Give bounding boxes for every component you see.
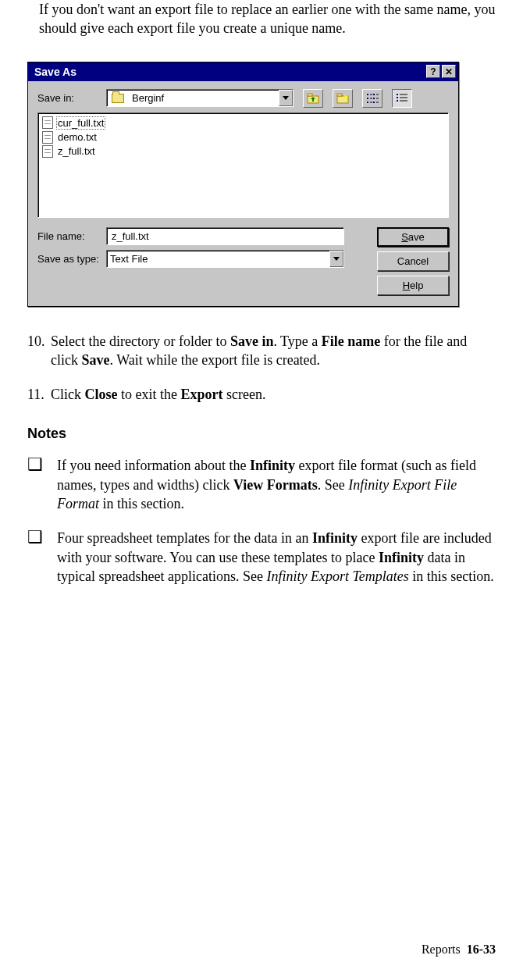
svg-rect-5 (337, 94, 342, 96)
step-10: 10. Select the directory or folder to Sa… (27, 332, 496, 370)
svg-rect-16 (373, 98, 375, 99)
new-folder-icon (336, 93, 349, 104)
notes-heading: Notes (27, 426, 496, 442)
dialog-title: Save As (34, 66, 76, 78)
filename-label: File name: (37, 230, 100, 242)
note-body: If you need information about the Infini… (57, 456, 496, 513)
step-number: 10. (27, 332, 51, 370)
note-body: Four spreadsheet templates for the data … (57, 529, 496, 586)
save-in-combo[interactable]: Berginf (106, 89, 294, 107)
note-bullet-icon: ❑ (27, 456, 57, 513)
file-item-label: demo.txt (56, 131, 98, 143)
note-item: ❑ If you need information about the Infi… (27, 456, 496, 513)
file-item[interactable]: demo.txt (41, 130, 446, 144)
svg-rect-2 (308, 94, 312, 96)
file-list-area[interactable]: cur_full.txt demo.txt z_full.txt (37, 112, 449, 218)
chevron-down-icon[interactable] (279, 90, 293, 106)
text-file-icon (42, 131, 53, 144)
chevron-down-icon[interactable] (329, 251, 343, 267)
save-as-dialog: Save As ? ✕ Save in: Berginf (27, 62, 459, 307)
svg-rect-10 (367, 94, 368, 95)
svg-rect-14 (373, 94, 375, 95)
list-view-button[interactable] (362, 89, 382, 108)
filename-input[interactable]: z_full.txt (106, 227, 344, 245)
list-view-icon (366, 93, 379, 104)
close-titlebar-button[interactable]: ✕ (442, 65, 456, 78)
svg-rect-24 (397, 97, 398, 98)
svg-rect-20 (373, 102, 375, 103)
svg-rect-18 (367, 102, 368, 103)
file-item-label: z_full.txt (56, 145, 97, 157)
svg-rect-22 (397, 94, 398, 95)
up-folder-button[interactable] (303, 89, 323, 108)
svg-rect-12 (367, 98, 368, 99)
new-folder-button[interactable] (333, 89, 353, 108)
save-in-label: Save in: (37, 92, 100, 104)
footer-page-number: 16-33 (467, 943, 496, 956)
details-view-button[interactable] (392, 89, 412, 108)
folder-open-icon (110, 92, 126, 105)
up-folder-icon (307, 93, 319, 104)
step-11: 11. Click Close to exit the Export scree… (27, 385, 496, 404)
page-footer: Reports 16-33 (422, 943, 496, 957)
note-bullet-icon: ❑ (27, 529, 57, 586)
step-number: 11. (27, 385, 51, 404)
step-body: Click Close to exit the Export screen. (51, 385, 496, 404)
saveastype-combo[interactable]: Text File (106, 250, 344, 268)
svg-marker-28 (333, 257, 340, 261)
footer-section: Reports (422, 943, 461, 956)
cancel-button[interactable]: Cancel (377, 251, 449, 271)
text-file-icon (42, 145, 53, 158)
help-titlebar-button[interactable]: ? (426, 65, 440, 78)
save-in-value: Berginf (129, 91, 279, 105)
svg-rect-26 (397, 100, 398, 102)
details-view-icon (396, 93, 408, 104)
note-item: ❑ Four spreadsheet templates for the dat… (27, 529, 496, 586)
file-item[interactable]: cur_full.txt (41, 116, 446, 130)
help-button[interactable]: Help (377, 276, 449, 295)
file-item-label: cur_full.txt (56, 116, 105, 130)
save-button[interactable]: Save (377, 227, 449, 247)
filename-value: z_full.txt (112, 230, 149, 242)
step-body: Select the directory or folder to Save i… (51, 332, 496, 370)
saveastype-value: Text File (107, 251, 329, 266)
text-file-icon (42, 116, 53, 129)
saveastype-label: Save as type: (37, 253, 100, 265)
dialog-titlebar: Save As ? ✕ (28, 62, 458, 81)
intro-paragraph: If you don't want an export file to repl… (39, 0, 496, 38)
svg-marker-0 (283, 96, 289, 100)
file-item[interactable]: z_full.txt (41, 144, 446, 159)
